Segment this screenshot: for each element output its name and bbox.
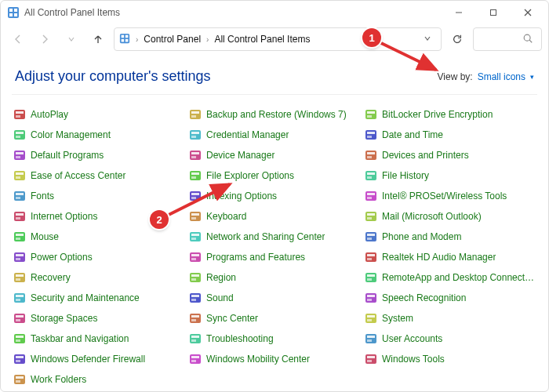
item-icon bbox=[189, 190, 202, 202]
svg-rect-78 bbox=[367, 238, 372, 240]
control-panel-item[interactable]: File History bbox=[363, 167, 537, 184]
control-panel-item[interactable]: Phone and Modem bbox=[363, 228, 537, 245]
svg-rect-93 bbox=[191, 278, 196, 281]
control-panel-item[interactable]: Devices and Printers bbox=[363, 147, 537, 164]
svg-rect-70 bbox=[14, 232, 25, 241]
control-panel-item[interactable]: Default Programs bbox=[12, 147, 186, 164]
svg-rect-114 bbox=[367, 319, 372, 321]
svg-rect-124 bbox=[14, 354, 25, 364]
svg-rect-74 bbox=[191, 234, 199, 236]
control-panel-item[interactable]: Backup and Restore (Windows 7) bbox=[187, 106, 362, 123]
view-by-value[interactable]: Small icons bbox=[478, 71, 525, 82]
maximize-button[interactable] bbox=[476, 2, 511, 24]
item-icon bbox=[189, 312, 202, 325]
back-button[interactable] bbox=[7, 28, 29, 50]
svg-rect-98 bbox=[16, 295, 24, 297]
close-button[interactable] bbox=[511, 2, 545, 24]
up-button[interactable] bbox=[87, 28, 109, 50]
item-label: Phone and Modem bbox=[382, 231, 461, 242]
item-label: Recovery bbox=[31, 272, 71, 283]
svg-line-15 bbox=[529, 40, 532, 42]
svg-rect-31 bbox=[365, 130, 376, 140]
svg-rect-135 bbox=[16, 380, 20, 383]
refresh-button[interactable] bbox=[446, 28, 468, 50]
item-icon bbox=[13, 230, 26, 243]
control-panel-item[interactable]: Indexing Options bbox=[187, 187, 362, 205]
control-panel-item[interactable]: Security and Maintenance bbox=[12, 289, 186, 307]
svg-rect-107 bbox=[16, 315, 24, 318]
item-icon bbox=[365, 169, 377, 182]
control-panel-item[interactable]: BitLocker Drive Encryption bbox=[363, 106, 537, 123]
search-box[interactable] bbox=[473, 27, 542, 51]
forward-button[interactable] bbox=[34, 28, 56, 50]
control-panel-item[interactable]: RemoteApp and Desktop Connectio... bbox=[363, 269, 537, 286]
control-panel-item[interactable]: Date and Time bbox=[363, 126, 537, 143]
control-panel-item[interactable]: Keyboard bbox=[187, 208, 362, 225]
control-panel-item[interactable]: Programs and Features bbox=[187, 249, 362, 266]
control-panel-item[interactable]: Credential Manager bbox=[187, 126, 362, 143]
svg-rect-47 bbox=[191, 172, 199, 175]
control-panel-item[interactable]: AutoPlay bbox=[12, 106, 186, 123]
control-panel-icon bbox=[7, 6, 20, 19]
address-dropdown[interactable] bbox=[419, 34, 436, 45]
control-panel-item[interactable]: Network and Sharing Center bbox=[187, 228, 362, 245]
control-panel-item[interactable]: Windows Mobility Center bbox=[187, 350, 362, 368]
svg-rect-10 bbox=[122, 34, 125, 38]
control-panel-item[interactable]: Ease of Access Center bbox=[12, 167, 186, 184]
breadcrumb-item[interactable]: Control Panel bbox=[144, 34, 201, 45]
control-panel-item[interactable]: Sync Center bbox=[187, 310, 362, 327]
svg-rect-58 bbox=[365, 191, 376, 201]
svg-rect-67 bbox=[365, 212, 376, 221]
control-panel-item[interactable]: Work Folders bbox=[12, 371, 186, 388]
chevron-right-icon: › bbox=[133, 35, 140, 44]
control-panel-item[interactable]: Speech Recognition bbox=[363, 289, 537, 307]
control-panel-item[interactable]: Windows Tools bbox=[363, 350, 537, 368]
item-icon bbox=[365, 190, 377, 202]
control-panel-item[interactable]: Taskbar and Navigation bbox=[12, 330, 186, 347]
item-label: System bbox=[382, 313, 413, 324]
address-bar[interactable]: › Control Panel › All Control Panel Item… bbox=[114, 27, 442, 51]
svg-rect-84 bbox=[191, 258, 196, 260]
svg-rect-13 bbox=[125, 38, 129, 42]
svg-rect-89 bbox=[16, 274, 24, 277]
search-icon bbox=[522, 33, 533, 46]
item-icon bbox=[365, 108, 377, 121]
item-label: Storage Spaces bbox=[31, 313, 97, 324]
control-panel-item[interactable]: Realtek HD Audio Manager bbox=[363, 249, 537, 266]
recent-dropdown[interactable] bbox=[60, 28, 82, 50]
view-by-control[interactable]: View by: Small icons ▾ bbox=[438, 71, 535, 82]
control-panel-item[interactable]: System bbox=[363, 310, 537, 327]
breadcrumb-item[interactable]: All Control Panel Items bbox=[214, 34, 310, 45]
control-panel-item[interactable]: Fonts bbox=[12, 187, 186, 205]
control-panel-item[interactable]: Windows Defender Firewall bbox=[12, 350, 186, 368]
control-panel-item[interactable]: User Accounts bbox=[363, 330, 537, 347]
control-panel-item[interactable]: Power Options bbox=[12, 249, 186, 266]
item-label: Fonts bbox=[31, 191, 54, 201]
item-icon bbox=[189, 169, 202, 182]
control-panel-item[interactable]: Storage Spaces bbox=[12, 310, 186, 327]
control-panel-item[interactable]: Intel® PROSet/Wireless Tools bbox=[363, 187, 537, 205]
item-label: AutoPlay bbox=[31, 109, 68, 120]
item-icon bbox=[365, 251, 377, 263]
svg-rect-91 bbox=[190, 273, 201, 282]
heading-row: Adjust your computer's settings View by:… bbox=[1, 54, 548, 91]
svg-rect-51 bbox=[367, 176, 372, 179]
control-panel-item[interactable]: Color Management bbox=[12, 126, 186, 143]
item-label: Taskbar and Navigation bbox=[31, 333, 129, 344]
control-panel-item[interactable]: Device Manager bbox=[187, 147, 362, 164]
svg-rect-41 bbox=[367, 152, 375, 154]
control-panel-item[interactable]: Recovery bbox=[12, 269, 186, 286]
item-label: Date and Time bbox=[382, 129, 443, 140]
svg-rect-126 bbox=[16, 360, 20, 362]
item-label: Windows Defender Firewall bbox=[31, 354, 145, 365]
minimize-button[interactable] bbox=[442, 2, 476, 24]
svg-rect-27 bbox=[16, 136, 20, 138]
control-panel-item[interactable]: Mouse bbox=[12, 228, 186, 245]
control-panel-item[interactable]: Region bbox=[187, 269, 362, 286]
control-panel-item[interactable]: File Explorer Options bbox=[187, 167, 362, 184]
item-label: Windows Mobility Center bbox=[206, 354, 310, 365]
control-panel-item[interactable]: Troubleshooting bbox=[187, 330, 362, 347]
svg-rect-97 bbox=[14, 293, 25, 303]
control-panel-item[interactable]: Mail (Microsoft Outlook) bbox=[363, 208, 537, 225]
control-panel-item[interactable]: Sound bbox=[187, 289, 362, 307]
